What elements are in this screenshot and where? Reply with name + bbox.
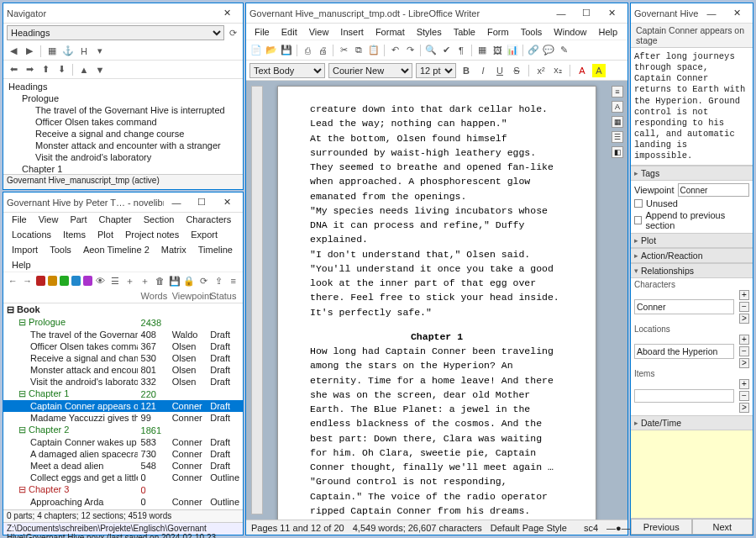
sidebar-navigator-icon[interactable]: ☰ xyxy=(612,131,623,143)
filter-icon[interactable]: ☰ xyxy=(109,274,122,287)
table-row[interactable]: ⊟ Prologue2438 xyxy=(3,316,243,329)
menu-item[interactable]: Tools xyxy=(45,243,76,256)
undo-icon[interactable]: ↶ xyxy=(388,44,402,57)
props-tags-header[interactable]: Tags xyxy=(631,166,753,181)
menu-item[interactable]: Plot xyxy=(92,228,118,241)
paste-icon[interactable]: 📋 xyxy=(367,44,381,57)
menu-item[interactable]: File xyxy=(7,213,32,226)
refresh-icon[interactable]: ⟳ xyxy=(226,26,239,40)
open-icon[interactable]: 📂 xyxy=(265,44,278,57)
table-row[interactable]: ⊟ Chapter 30 xyxy=(3,483,243,496)
nav-tree-item[interactable]: Officer Olsen takes command xyxy=(5,116,241,128)
menu-item[interactable]: File xyxy=(249,25,275,39)
ruler-vertical[interactable] xyxy=(251,86,263,514)
font-size-select[interactable]: 12 pt xyxy=(416,63,456,78)
props-description[interactable]: After long journeys through space, Capta… xyxy=(631,48,753,166)
column-header[interactable]: Status xyxy=(207,289,243,303)
table-row[interactable]: ⊟ Chapter 21861 xyxy=(3,424,243,436)
props-notes[interactable] xyxy=(631,430,753,518)
demote-icon[interactable]: ➡ xyxy=(23,63,36,76)
menu-item[interactable]: Part xyxy=(65,213,92,226)
super-icon[interactable]: x² xyxy=(534,64,548,77)
close-icon[interactable]: ✕ xyxy=(214,4,239,23)
column-header[interactable]: Viewpoint xyxy=(169,289,207,303)
nav-tree-item[interactable]: The travel of the Governant Hive is inte… xyxy=(5,104,241,116)
bold-icon[interactable]: B xyxy=(459,64,473,77)
status-lang[interactable]: sc4 xyxy=(584,523,598,533)
char-goto-icon[interactable]: > xyxy=(739,314,749,324)
nav-tree-item[interactable]: Chapter 1 xyxy=(5,163,241,174)
maximize-icon[interactable]: ☐ xyxy=(574,4,599,23)
minimize-icon[interactable]: — xyxy=(699,4,724,23)
sidebar-properties-icon[interactable]: ≡ xyxy=(612,86,623,98)
table-row[interactable]: Meet a dead alien548ConnerDraft xyxy=(3,460,243,472)
sub-add-icon[interactable]: ＋ xyxy=(139,274,151,287)
document-page[interactable]: creature down into that dark cellar hole… xyxy=(277,86,596,520)
find-icon[interactable]: 🔍 xyxy=(424,44,438,57)
props-datetime-header[interactable]: Date/Time xyxy=(631,415,753,430)
heading-icon[interactable]: H xyxy=(77,45,91,58)
more-icon[interactable]: ▾ xyxy=(93,45,107,58)
level-up-icon[interactable]: ▲ xyxy=(77,63,91,76)
props-rel-header[interactable]: Relationships xyxy=(631,263,753,278)
nav-tree-item[interactable]: Visit the android's laboratory xyxy=(5,151,241,163)
characters-list[interactable]: Conner xyxy=(634,299,734,314)
table-row[interactable]: Madame Yaccuzzi gives the mission99Conne… xyxy=(3,412,243,424)
heading-level-select[interactable]: Headings xyxy=(7,25,224,40)
menu-item[interactable]: Help xyxy=(593,25,622,39)
loc-goto-icon[interactable]: > xyxy=(739,358,749,368)
status-dot-red[interactable] xyxy=(36,276,45,286)
chart-icon[interactable]: 📊 xyxy=(506,44,519,57)
table-row[interactable]: A damaged alien spacecraft730ConnerDraft xyxy=(3,448,243,460)
anchor-icon[interactable]: ⚓ xyxy=(61,45,75,58)
writer-menubar[interactable]: FileEditViewInsertFormatStylesTableFormT… xyxy=(246,24,627,40)
nav-next-icon[interactable]: ▶ xyxy=(23,45,36,58)
status-style[interactable]: Default Page Style xyxy=(491,523,567,533)
minimize-icon[interactable]: — xyxy=(164,193,189,212)
print-icon[interactable]: 🖨 xyxy=(316,44,329,57)
lock-icon[interactable]: 🔒 xyxy=(183,274,196,287)
status-dot-green[interactable] xyxy=(60,276,69,286)
table-icon[interactable]: ▦ xyxy=(475,44,489,57)
column-header[interactable]: Words xyxy=(138,289,169,303)
menu-item[interactable]: Insert xyxy=(335,25,369,39)
spellcheck-icon[interactable]: ✔ xyxy=(439,44,453,57)
menu-item[interactable]: Chapter xyxy=(94,213,137,226)
table-row[interactable]: Collect eggs and get a little monster0Co… xyxy=(3,472,243,483)
copy-icon[interactable]: ⧉ xyxy=(352,44,365,57)
status-pages[interactable]: Pages 11 and 12 of 20 xyxy=(251,523,344,533)
table-row[interactable]: Captain Conner appears on stage121Conner… xyxy=(3,400,243,412)
fwd-icon[interactable]: → xyxy=(22,274,34,287)
menu-item[interactable]: Help xyxy=(7,258,36,272)
redo-icon[interactable]: ↷ xyxy=(403,44,417,57)
menu-item[interactable]: Section xyxy=(139,213,180,226)
table-row[interactable]: The travel of the Governant Hive is inte… xyxy=(3,329,243,340)
move-down-icon[interactable]: ⬇ xyxy=(55,63,68,76)
next-button[interactable]: Next xyxy=(692,519,753,535)
menu-item[interactable]: View xyxy=(304,25,334,39)
menu-item[interactable]: Format xyxy=(370,25,410,39)
unused-checkbox[interactable] xyxy=(634,199,643,208)
cut-icon[interactable]: ✂ xyxy=(337,44,350,57)
nav-tree-item[interactable]: Monster attack and encounter with a stra… xyxy=(5,140,241,151)
menu-item[interactable]: Items xyxy=(58,228,91,241)
comment-icon[interactable]: 💬 xyxy=(542,44,555,57)
menu-item[interactable]: View xyxy=(34,213,64,226)
status-dot-blue[interactable] xyxy=(71,276,81,286)
menu-item[interactable]: Timeline xyxy=(193,243,238,256)
item-add-icon[interactable]: + xyxy=(739,379,749,389)
move-up-icon[interactable]: ⬆ xyxy=(39,63,52,76)
char-add-icon[interactable]: + xyxy=(739,290,749,300)
loc-remove-icon[interactable]: − xyxy=(739,346,749,356)
highlight-icon[interactable]: A xyxy=(592,64,606,77)
nav-tree-item[interactable]: Headings xyxy=(5,81,241,92)
strike-icon[interactable]: S xyxy=(510,64,523,77)
nav-prev-icon[interactable]: ◀ xyxy=(7,45,20,58)
props-plot-header[interactable]: Plot xyxy=(631,233,753,248)
writer-titlebar[interactable]: Governant Hive_manuscript_tmp.odt - Libr… xyxy=(246,3,627,24)
prev-button[interactable]: Previous xyxy=(631,519,692,535)
refresh-icon[interactable]: ⟳ xyxy=(197,274,210,287)
link-icon[interactable]: 🔗 xyxy=(527,44,540,57)
table-row[interactable]: Captain Conner wakes up way off course58… xyxy=(3,436,243,448)
table-row[interactable]: Officer Olsen takes command367OlsenDraft xyxy=(3,340,243,352)
